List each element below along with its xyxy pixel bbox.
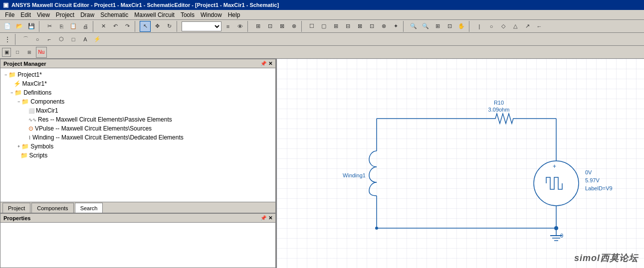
btn-delete[interactable]: ✕ xyxy=(98,21,109,32)
btn-zoom-all[interactable]: ⊡ xyxy=(444,21,455,32)
tab-search[interactable]: Search xyxy=(75,203,103,213)
tree-winding[interactable]: ⌇ Winding -- Maxwell Circuit Elements\De… xyxy=(2,133,273,142)
menu-file[interactable]: File xyxy=(2,10,17,19)
btn-text[interactable]: A xyxy=(80,34,91,45)
expand-project[interactable]: − xyxy=(4,72,7,77)
tree-definitions[interactable]: − 📁 Definitions xyxy=(2,88,273,97)
btn-snap3[interactable]: ⊞ xyxy=(24,47,35,58)
expand-symbols[interactable]: + xyxy=(17,144,20,149)
btn-snap4[interactable]: Nu xyxy=(36,47,47,58)
btn-b5[interactable]: ⊠ xyxy=(354,21,365,32)
svg-text:+: + xyxy=(553,163,556,170)
btn-move[interactable]: ✥ xyxy=(152,21,163,32)
btn-component[interactable]: ⚡ xyxy=(92,34,103,45)
sep-4 xyxy=(177,21,180,32)
btn-open[interactable]: 📂 xyxy=(14,21,25,32)
btn-zoom-fit[interactable]: ⊞ xyxy=(432,21,443,32)
menu-project[interactable]: Project xyxy=(53,10,77,19)
menu-maxwell-circuit[interactable]: Maxwell Circuit xyxy=(131,10,178,19)
tab-components[interactable]: Components xyxy=(31,203,73,213)
btn-copy[interactable]: ⎘ xyxy=(56,21,67,32)
pm-pin-icon[interactable]: 📌 xyxy=(260,61,266,66)
btn-print[interactable]: 🖨 xyxy=(80,21,91,32)
btn-zoom-in[interactable]: 🔍 xyxy=(408,21,419,32)
expand-scripts xyxy=(17,153,19,158)
btn-a2[interactable]: ⊡ xyxy=(264,21,275,32)
btn-new[interactable]: 📄 xyxy=(2,21,13,32)
menu-tools[interactable]: Tools xyxy=(178,10,198,19)
btn-b6[interactable]: ⊡ xyxy=(366,21,377,32)
btn-c6[interactable]: ← xyxy=(534,21,545,32)
pm-close-icon[interactable]: ✕ xyxy=(268,61,272,66)
btn-b8[interactable]: ✦ xyxy=(390,21,401,32)
btn-a1[interactable]: ⊞ xyxy=(252,21,263,32)
menu-draw[interactable]: Draw xyxy=(77,10,97,19)
schematic-area[interactable]: + 3.09ohm R10 Winding1 0V 5.97V LabelD=V… xyxy=(277,59,644,268)
btn-layer-opts[interactable]: ≡ xyxy=(222,21,233,32)
tree-maxcir[interactable]: ⚡ MaxCir1* xyxy=(2,79,273,88)
tree-symbols[interactable]: + 📁 Symbols xyxy=(2,142,273,151)
prop-pin-icon[interactable]: 📌 xyxy=(260,215,266,221)
menu-window[interactable]: Window xyxy=(198,10,225,19)
tree-label-scripts: Scripts xyxy=(29,152,48,159)
svg-text:LabelD=V9: LabelD=V9 xyxy=(585,185,613,191)
expand-components[interactable]: − xyxy=(17,99,20,104)
btn-c2[interactable]: ○ xyxy=(486,21,497,32)
btn-zoom-out[interactable]: 🔍 xyxy=(420,21,431,32)
tree-project[interactable]: − 📁 Project1* xyxy=(2,70,273,79)
tree-label-definitions: Definitions xyxy=(23,89,51,96)
toolbar-row-3: ▣ □ ⊞ Nu xyxy=(0,46,644,59)
btn-redo[interactable]: ↷ xyxy=(122,21,133,32)
btn-b1[interactable]: ☐ xyxy=(306,21,317,32)
btn-circle[interactable]: ○ xyxy=(32,34,43,45)
btn-b7[interactable]: ⊗ xyxy=(378,21,389,32)
btn-b2[interactable]: ▢ xyxy=(318,21,329,32)
btn-cut[interactable]: ✂ xyxy=(44,21,55,32)
tree-label-project: Project1* xyxy=(17,71,42,78)
btn-snap2[interactable]: □ xyxy=(12,47,23,58)
tree-res[interactable]: ∿∿ Res -- Maxwell Circuit Elements\Passi… xyxy=(2,115,273,124)
btn-arc[interactable]: ⌒ xyxy=(20,34,31,45)
tree-vpulse[interactable]: ⊙ VPulse -- Maxwell Circuit Elements\Sou… xyxy=(2,124,273,133)
res-icon: ∿∿ xyxy=(28,117,36,123)
expand-definitions[interactable]: − xyxy=(10,90,13,95)
btn-c1[interactable]: | xyxy=(474,21,485,32)
btn-snap1[interactable]: ▣ xyxy=(2,48,11,57)
btn-undo[interactable]: ↶ xyxy=(110,21,121,32)
btn-select[interactable]: ↖ xyxy=(140,21,151,32)
btn-a3[interactable]: ⊠ xyxy=(276,21,287,32)
menu-schematic[interactable]: Schematic xyxy=(97,10,131,19)
btn-grid[interactable]: ⋮ xyxy=(2,34,13,45)
sep-5 xyxy=(247,21,250,32)
btn-vis[interactable]: 👁 xyxy=(234,21,245,32)
btn-poly[interactable]: ⬡ xyxy=(56,34,67,45)
btn-b4[interactable]: ⊟ xyxy=(342,21,353,32)
btn-a4[interactable]: ⊗ xyxy=(288,21,299,32)
btn-wire[interactable]: ⌐ xyxy=(44,34,55,45)
menu-help[interactable]: Help xyxy=(225,10,243,19)
btn-rect[interactable]: □ xyxy=(68,34,79,45)
pm-tree: − 📁 Project1* ⚡ MaxCir1* − 📁 Definitions xyxy=(0,68,275,202)
btn-b3[interactable]: ⊞ xyxy=(330,21,341,32)
tree-maxcir1-child[interactable]: ⬜ MaxCir1 xyxy=(2,106,273,115)
btn-paste[interactable]: 📋 xyxy=(68,21,79,32)
tree-components[interactable]: − 📁 Components xyxy=(2,97,273,106)
btn-c4[interactable]: △ xyxy=(510,21,521,32)
sep-8 xyxy=(469,21,472,32)
prop-close-icon[interactable]: ✕ xyxy=(268,215,272,221)
layer-dropdown[interactable] xyxy=(182,21,221,31)
tab-project[interactable]: Project xyxy=(2,203,30,213)
pm-header: Project Manager 📌 ✕ xyxy=(0,59,275,68)
toolbar-row-2: ⋮ ⌒ ○ ⌐ ⬡ □ A ⚡ xyxy=(0,33,644,46)
btn-c5[interactable]: ↗ xyxy=(522,21,533,32)
sep-6 xyxy=(301,21,304,32)
menu-view[interactable]: View xyxy=(34,10,53,19)
btn-c3[interactable]: ◇ xyxy=(498,21,509,32)
tree-scripts[interactable]: 📁 Scripts xyxy=(2,151,273,160)
folder-icon-components: 📁 xyxy=(21,98,29,105)
prop-header: Properties 📌 ✕ xyxy=(0,214,275,223)
btn-rotate[interactable]: ↻ xyxy=(164,21,175,32)
menu-edit[interactable]: Edit xyxy=(17,10,34,19)
btn-pan[interactable]: ✋ xyxy=(456,21,467,32)
btn-save[interactable]: 💾 xyxy=(26,21,37,32)
